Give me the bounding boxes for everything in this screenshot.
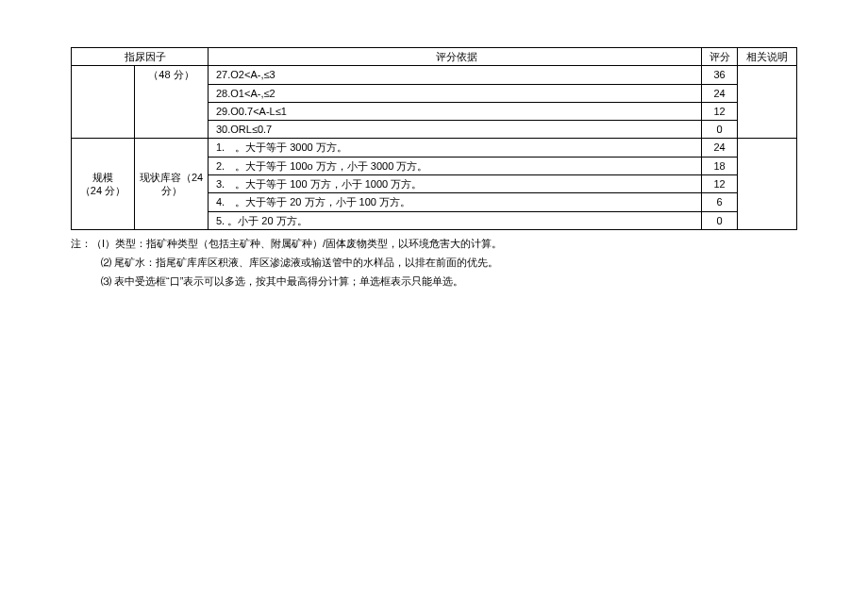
criteria-cell: 30.ORL≤0.7 — [209, 121, 702, 139]
score-cell: 0 — [702, 211, 738, 229]
score-cell: 12 — [702, 102, 738, 120]
group1-factor: （48 分） — [135, 66, 209, 139]
scoring-table: 指 尿因子 评分依据 评分 相关说明 （48 分） 27.O2<A-,≤3 36… — [71, 47, 797, 230]
score-cell: 24 — [702, 139, 738, 157]
table-row: （48 分） 27.O2<A-,≤3 36 — [72, 66, 797, 84]
group2-note — [738, 139, 797, 229]
group2-factor: 现状库容（24 分） — [135, 139, 209, 229]
score-cell: 18 — [702, 157, 738, 174]
group2-indicator-line1: 规模 — [92, 172, 113, 183]
header-note: 相关说明 — [738, 48, 797, 66]
header-factor: 尿因子 — [135, 48, 209, 66]
group1-indicator — [72, 66, 135, 139]
criteria-cell: 5. 。小于 20 万方。 — [209, 211, 702, 229]
score-cell: 12 — [702, 175, 738, 193]
table-header-row: 指 尿因子 评分依据 评分 相关说明 — [72, 48, 797, 66]
footnotes: 注：（I）类型：指矿种类型（包括主矿种、附属矿种）/固体废物类型，以环境危害大的… — [71, 235, 797, 290]
group1-note — [738, 66, 797, 139]
footnote-1: 注：（I）类型：指矿种类型（包括主矿种、附属矿种）/固体废物类型，以环境危害大的… — [71, 235, 797, 254]
criteria-cell: 4. 。大于等于 20 万方，小于 100 万方。 — [209, 193, 702, 211]
header-indicator: 指 — [72, 48, 135, 66]
footnote-3: ⑶ 表中受选框“口”表示可以多选，按其中最高得分计算；单选框表示只能单选。 — [71, 273, 797, 291]
score-cell: 6 — [702, 193, 738, 211]
criteria-cell: 27.O2<A-,≤3 — [209, 66, 702, 84]
group2-indicator: 规模 （24 分） — [72, 139, 135, 229]
criteria-cell: 2. 。大于等于 100o 万方，小于 3000 万方。 — [209, 157, 702, 174]
score-cell: 36 — [702, 66, 738, 84]
criteria-cell: 1. 。大于等于 3000 万方。 — [209, 139, 702, 157]
header-score: 评分 — [702, 48, 738, 66]
score-cell: 0 — [702, 121, 738, 139]
criteria-cell: 28.O1<A-,≤2 — [209, 84, 702, 102]
group2-indicator-line2: （24 分） — [80, 185, 125, 196]
footnote-2: ⑵ 尾矿水：指尾矿库库区积液、库区渗滤液或输送管中的水样品，以排在前面的优先。 — [71, 254, 797, 273]
table-row: 规模 （24 分） 现状库容（24 分） 1. 。大于等于 3000 万方。 2… — [72, 139, 797, 157]
criteria-cell: 29.O0.7<A-L≤1 — [209, 102, 702, 120]
score-cell: 24 — [702, 84, 738, 102]
header-basis: 评分依据 — [209, 48, 702, 66]
criteria-cell: 3. 。大于等于 100 万方，小于 1000 万方。 — [209, 175, 702, 193]
